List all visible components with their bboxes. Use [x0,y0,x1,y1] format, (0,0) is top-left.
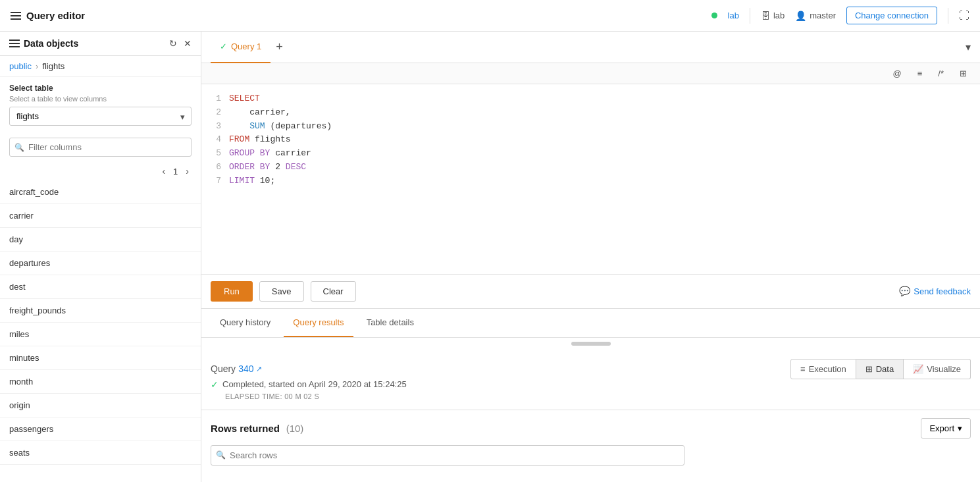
column-item-miles: miles [0,323,201,346]
sidebar-title: Data objects [9,38,78,49]
view-execution-button[interactable]: ≡ Execution [790,359,856,379]
code-editor[interactable]: 1 SELECT 2 carrier, 3 SUM (departures) 4… [201,84,980,275]
tab-query-results[interactable]: Query results [284,309,353,338]
select-table-label: Select table [9,84,192,93]
query-tab-check-icon: ✓ [220,41,227,51]
filter-columns-input[interactable] [9,138,192,157]
table-select-wrapper: flights ▾ [9,107,192,126]
header-title: Query editor [26,10,85,21]
query-id-info: Query 340 ↗ [211,363,262,374]
editor-toolbar: @ ≡ /* ⊞ [201,63,980,84]
table-icon[interactable]: ⊞ [956,67,971,80]
execution-icon: ≡ [800,364,806,374]
search-rows-input[interactable] [211,445,684,466]
tab-table-details[interactable]: Table details [357,309,423,338]
sidebar: Data objects ↻ ✕ public › flights Select… [0,32,201,482]
results-tabs: Query history Query results Table detail… [201,309,980,338]
search-rows-icon: 🔍 [216,450,226,460]
column-list: aircraft_code carrier day departures des… [0,180,201,482]
sidebar-icons: ↻ ✕ [169,38,192,49]
status-lab-label: lab [728,11,739,20]
export-button[interactable]: Export ▾ [921,418,971,439]
save-button[interactable]: Save [259,281,304,302]
db-icon: 🗄 [761,11,770,21]
export-arrow-icon: ▾ [958,423,962,433]
breadcrumb: public › flights [0,56,201,77]
filter-input-wrapper: 🔍 [0,132,201,162]
column-item-aircraft-code: aircraft_code [0,180,201,204]
code-line-5: 5 GROUP BY carrier [211,147,971,161]
next-page-button[interactable]: › [183,165,192,178]
code-line-3: 3 SUM (departures) [211,120,971,134]
column-item-seats: seats [0,441,201,465]
query-status: ✓ Completed, started on April 29, 2020 a… [211,379,971,390]
status-check-icon: ✓ [211,379,219,390]
tab-query-history[interactable]: Query history [211,309,280,338]
code-line-6: 6 ORDER BY 2 DESC [211,161,971,174]
feedback-link[interactable]: 💬 Send feedback [899,286,971,296]
filter-search-icon: 🔍 [14,143,24,152]
top-header: Query editor lab 🗄 lab 👤 master Change c… [0,0,980,32]
rows-count: (10) [286,423,304,434]
db-info: 🗄 lab [761,11,785,21]
rows-returned-info: Rows returned (10) [211,423,303,434]
elapsed-time: ELAPSED TIME: 00 m 02 s [225,392,971,400]
close-icon[interactable]: ✕ [184,38,192,49]
separator2 [948,8,948,24]
breadcrumb-public[interactable]: public [9,61,32,71]
sidebar-title-text: Data objects [24,38,78,49]
column-item-departures: departures [0,252,201,275]
view-visualize-button[interactable]: 📈 Visualize [904,359,971,379]
results-area: Query history Query results Table detail… [201,309,980,483]
add-tab-button[interactable]: + [271,40,288,54]
list-icon[interactable]: ≡ [914,67,927,80]
query-tabs: ✓ Query 1 + ▾ [201,32,980,63]
export-label: Export [929,423,954,433]
prev-page-button[interactable]: ‹ [159,165,168,178]
comment-icon[interactable]: /* [934,67,948,80]
hamburger-icon[interactable] [11,12,21,20]
at-symbol-icon[interactable]: @ [889,67,906,80]
columns-pagination: ‹ 1 › [0,162,201,180]
clear-button[interactable]: Clear [311,281,356,302]
search-rows-wrapper: 🔍 [201,445,980,472]
scroll-bar [571,342,611,346]
expand-icon[interactable]: ⛶ [959,10,969,22]
action-bar: Run Save Clear 💬 Send feedback [201,275,980,309]
scroll-indicator [201,338,980,350]
page-number: 1 [173,167,178,176]
code-line-1: 1 SELECT [211,92,971,106]
rows-returned-label: Rows returned [211,423,280,434]
view-data-button[interactable]: ⊞ Data [856,359,904,379]
separator [750,8,750,24]
change-connection-button[interactable]: Change connection [846,7,937,24]
status-text: Completed, started on April 29, 2020 at … [222,379,407,389]
result-view-buttons: ≡ Execution ⊞ Data 📈 Visualize [790,359,971,379]
refresh-icon[interactable]: ↻ [169,38,177,49]
main-layout: Data objects ↻ ✕ public › flights Select… [0,32,980,482]
external-link-icon[interactable]: ↗ [256,365,262,373]
breadcrumb-chevron: › [36,61,38,71]
search-rows-container: 🔍 [211,445,684,466]
column-item-freight-pounds: freight_pounds [0,299,201,323]
select-table-section: Select table Select a table to view colu… [0,77,201,132]
code-line-7: 7 LIMIT 10; [211,174,971,188]
column-item-day: day [0,228,201,252]
code-line-2: 2 carrier, [211,106,971,120]
tab-dropdown-button[interactable]: ▾ [966,41,971,53]
run-button[interactable]: Run [211,281,253,302]
status-dot-icon [711,13,717,18]
header-right: lab 🗄 lab 👤 master Change connection ⛶ [711,7,969,24]
sidebar-header: Data objects ↻ ✕ [0,32,201,56]
query-tab-1[interactable]: ✓ Query 1 [211,32,271,63]
table-select[interactable]: flights [9,107,192,126]
column-item-minutes: minutes [0,346,201,370]
feedback-label: Send feedback [914,286,971,296]
sidebar-hamburger-icon[interactable] [9,40,20,47]
select-table-hint: Select a table to view columns [9,95,192,103]
user-info: 👤 master [795,11,836,21]
code-line-4: 4 FROM flights [211,133,971,147]
column-item-month: month [0,370,201,394]
query-id-number[interactable]: 340 [238,363,253,374]
visualize-icon: 📈 [913,364,923,374]
